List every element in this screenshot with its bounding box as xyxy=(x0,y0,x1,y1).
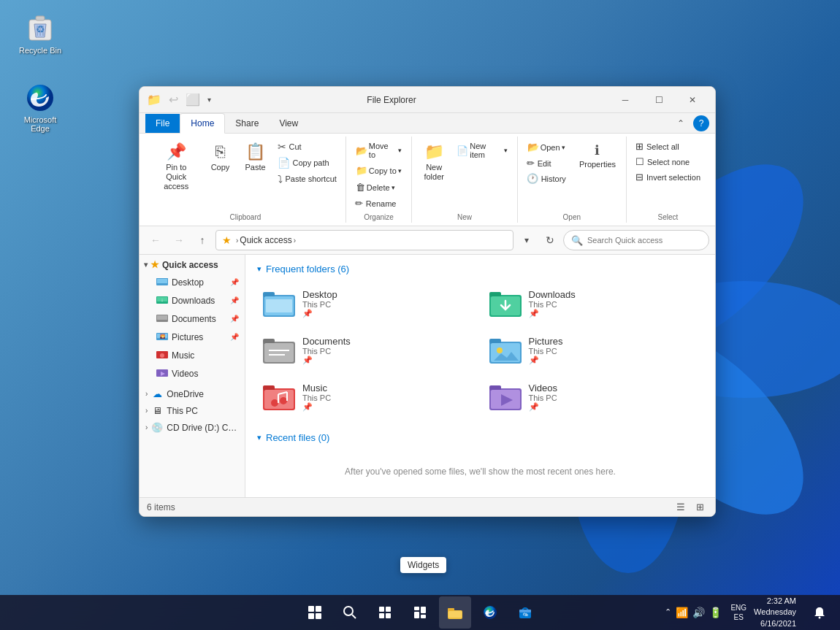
address-dropdown-button[interactable]: ▾ xyxy=(516,230,537,250)
maximize-button[interactable]: ☐ xyxy=(642,88,676,112)
sidebar-quick-access[interactable]: ▾ ★ Quick access xyxy=(140,255,245,273)
copy-to-arrow: ▾ xyxy=(398,167,402,174)
system-clock[interactable]: 2:32 AM Wednesday 6/16/2021 xyxy=(754,596,796,629)
copy-to-icon: 📁 xyxy=(356,165,367,176)
delete-button[interactable]: 🗑 Delete ▾ xyxy=(352,180,405,195)
new-folder-button[interactable]: 📁 Newfolder xyxy=(418,139,450,185)
search-bar[interactable]: 🔍 xyxy=(563,230,709,250)
grid-view-button[interactable]: ⊞ xyxy=(692,499,708,515)
copy-button[interactable]: ⎘ Copy xyxy=(205,139,237,174)
search-input[interactable] xyxy=(587,236,701,245)
refresh-button[interactable]: ↻ xyxy=(540,230,560,250)
clipboard-content: 📌 Pin to Quickaccess ⎘ Copy 📋 Paste ✂ xyxy=(151,137,340,210)
search-button[interactable] xyxy=(334,596,366,629)
sidebar-item-videos[interactable]: Videos xyxy=(140,364,245,383)
move-to-button[interactable]: 📂 Move to ▾ xyxy=(352,139,405,161)
sidebar-item-onedrive[interactable]: › ☁ OneDrive xyxy=(140,385,245,402)
sidebar-item-downloads[interactable]: ↓ Downloads 📌 xyxy=(140,291,245,310)
ribbon-collapse-button[interactable]: ⌃ xyxy=(671,115,690,131)
folder-item-music[interactable]: Music This PC 📌 xyxy=(257,377,478,418)
copy-to-button[interactable]: 📁 Copy to ▾ xyxy=(352,163,405,178)
cut-button[interactable]: ✂ Cut xyxy=(275,139,340,154)
battery-icon[interactable]: 🔋 xyxy=(709,607,722,618)
view-controls: ☰ ⊞ xyxy=(673,499,708,515)
downloads-folder-path: This PC xyxy=(529,300,576,309)
titlebar-folder-icon: 📁 xyxy=(145,91,163,108)
properties-icon: ℹ xyxy=(595,142,600,158)
address-bar[interactable]: ★ › Quick access › xyxy=(215,230,513,250)
back-button[interactable]: ← xyxy=(145,230,166,250)
sidebar-item-cd-drive[interactable]: › 💿 CD Drive (D:) CC0... xyxy=(140,419,245,436)
file-explorer-taskbar-button[interactable] xyxy=(439,596,471,629)
properties-button[interactable]: ℹ Properties xyxy=(575,139,620,172)
tab-home[interactable]: Home xyxy=(180,113,225,134)
sidebar-item-music[interactable]: Music xyxy=(140,346,245,364)
svg-rect-65 xyxy=(414,607,419,610)
tab-share[interactable]: Share xyxy=(225,114,269,133)
select-all-button[interactable]: ⊞ Select all xyxy=(633,139,703,153)
volume-icon[interactable]: 🔊 xyxy=(692,607,705,618)
copy-path-button[interactable]: 📄 Copy path xyxy=(275,155,340,170)
svg-point-51 xyxy=(280,397,287,404)
tab-file[interactable]: File xyxy=(145,114,180,133)
open-button[interactable]: 📂 Open ▾ xyxy=(524,139,569,155)
sidebar-item-documents[interactable]: Documents 📌 xyxy=(140,310,245,328)
close-button[interactable]: ✕ xyxy=(676,88,709,112)
ribbon-organize-group: 📂 Move to ▾ 📁 Copy to ▾ 🗑 Delete ▾ xyxy=(346,137,412,223)
network-icon[interactable]: 📶 xyxy=(676,607,688,618)
new-item-button[interactable]: 📄 New item ▾ xyxy=(453,139,511,161)
frequent-folders-title: Frequent folders (6) xyxy=(266,264,349,274)
language-indicator[interactable]: ENG ES xyxy=(730,603,747,622)
rename-button[interactable]: ✏ Rename xyxy=(352,196,405,210)
recent-files-header[interactable]: ▾ Recent files (0) xyxy=(257,432,703,443)
ribbon-new-group: 📁 Newfolder 📄 New item ▾ New xyxy=(412,137,517,223)
pin-to-quick-access-button[interactable]: 📌 Pin to Quickaccess xyxy=(151,139,202,195)
ms-edge-image xyxy=(26,83,55,112)
documents-folder-name: Documents xyxy=(302,336,351,347)
edit-button[interactable]: ✏ Edit xyxy=(524,156,569,170)
notification-button[interactable] xyxy=(806,596,833,629)
paste-button[interactable]: 📋 Paste xyxy=(240,139,272,174)
widgets-button[interactable] xyxy=(404,596,436,629)
history-label: History xyxy=(541,174,566,183)
clipboard-small-buttons: ✂ Cut 📄 Copy path ⤵ Paste shortcut xyxy=(275,139,340,186)
ms-edge-icon[interactable]: Microsoft Edge xyxy=(11,80,69,136)
tab-view[interactable]: View xyxy=(269,114,308,133)
forward-button[interactable]: → xyxy=(169,230,189,250)
svg-rect-18 xyxy=(157,279,167,283)
sidebar-item-pictures[interactable]: 🌄 Pictures 📌 xyxy=(140,328,245,346)
list-view-button[interactable]: ☰ xyxy=(673,499,689,515)
folder-grid: Desktop This PC 📌 xyxy=(257,283,703,418)
folder-item-downloads[interactable]: Downloads This PC 📌 xyxy=(484,283,704,324)
ribbon-select-group: ⊞ Select all ☐ Select none ⊟ Invert sele… xyxy=(627,137,709,223)
store-taskbar-button[interactable]: 🛍 xyxy=(509,596,541,629)
desktop-pin-icon: 📌 xyxy=(230,278,239,286)
up-button[interactable]: ↑ xyxy=(192,230,213,250)
paste-shortcut-button[interactable]: ⤵ Paste shortcut xyxy=(275,172,340,186)
task-view-button[interactable] xyxy=(369,596,401,629)
history-button[interactable]: 🕐 History xyxy=(524,172,569,185)
folder-item-videos[interactable]: Videos This PC 📌 xyxy=(484,377,704,418)
start-button[interactable] xyxy=(299,596,331,629)
system-tray[interactable]: ⌃ 📶 🔊 🔋 xyxy=(665,607,722,618)
minimize-button[interactable]: ─ xyxy=(608,88,642,112)
recent-files-arrow-icon: ▾ xyxy=(257,433,261,442)
svg-rect-62 xyxy=(386,607,391,612)
recycle-bin-image: ♻ xyxy=(26,14,55,43)
ribbon-open-group: 📂 Open ▾ ✏ Edit 🕐 History ℹ Prope xyxy=(518,137,627,223)
invert-selection-button[interactable]: ⊟ Invert selection xyxy=(633,170,703,184)
frequent-folders-header[interactable]: ▾ Frequent folders (6) xyxy=(257,264,703,274)
folder-item-documents[interactable]: Documents This PC 📌 xyxy=(257,330,478,371)
folder-item-pictures[interactable]: Pictures This PC 📌 xyxy=(484,330,704,371)
edge-taskbar-button[interactable] xyxy=(474,596,506,629)
select-all-icon: ⊞ xyxy=(635,141,644,152)
recycle-bin-icon[interactable]: ♻ Recycle Bin xyxy=(11,11,69,58)
select-none-button[interactable]: ☐ Select none xyxy=(633,155,703,169)
folder-item-desktop[interactable]: Desktop This PC 📌 xyxy=(257,283,478,324)
tray-arrow-icon[interactable]: ⌃ xyxy=(665,607,671,617)
quick-access-star-icon: ★ xyxy=(150,259,159,270)
ribbon-help-button[interactable]: ? xyxy=(693,115,709,131)
sidebar-item-this-pc[interactable]: › 🖥 This PC xyxy=(140,402,245,419)
open-label: Open xyxy=(541,143,560,152)
sidebar-item-desktop[interactable]: Desktop 📌 xyxy=(140,273,245,291)
